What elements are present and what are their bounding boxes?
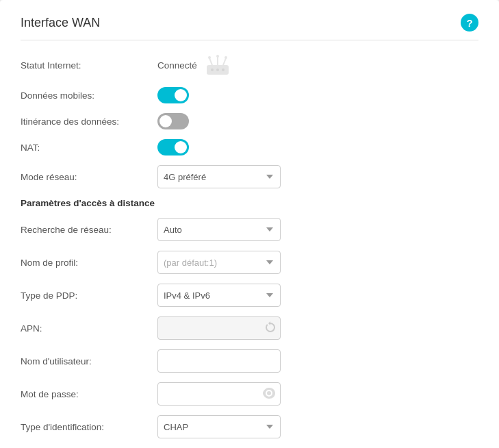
type-identification-label: Type d'identification: [21, 422, 157, 432]
nat-toggle[interactable] [157, 139, 189, 155]
interface-wan-card: Interface WAN ? Statut Internet: Connect… [0, 0, 499, 448]
pwd-icon [261, 386, 277, 403]
nom-utilisateur-label: Nom d'utilisateur: [21, 356, 157, 366]
router-icon [204, 53, 231, 77]
itinerance-toggle[interactable] [157, 113, 189, 129]
nat-row: NAT: [21, 139, 478, 155]
type-pdp-select-area: IPv4 & IPv6 IPv4 IPv6 [157, 284, 478, 307]
mot-de-passe-input-area [157, 382, 478, 406]
nom-profil-row: Nom de profil: (par défaut:1) [21, 251, 478, 274]
parametres-section-heading-row: Paramètres d'accès à distance [21, 198, 478, 208]
svg-line-4 [209, 58, 212, 65]
type-identification-select[interactable]: CHAP PAP None [157, 415, 281, 438]
apn-label: APN: [21, 323, 157, 334]
parametres-label: Paramètres d'accès à distance [21, 198, 157, 208]
statut-internet-value: Connecté [157, 60, 197, 71]
type-pdp-row: Type de PDP: IPv4 & IPv6 IPv4 IPv6 [21, 284, 478, 307]
donnees-mobiles-toggle-area [157, 87, 478, 103]
type-pdp-label: Type de PDP: [21, 290, 157, 301]
recherche-reseau-select[interactable]: Auto Manuel [157, 218, 281, 241]
svg-point-7 [208, 56, 211, 59]
mot-de-passe-label: Mot de passe: [21, 389, 157, 399]
donnees-mobiles-row: Données mobiles: [21, 87, 478, 103]
help-icon[interactable]: ? [461, 14, 478, 32]
nom-utilisateur-input[interactable] [157, 349, 281, 373]
statut-internet-value-area: Connecté [157, 53, 478, 77]
nom-profil-select[interactable]: (par défaut:1) [157, 251, 281, 274]
statut-internet-row: Statut Internet: Connecté [21, 53, 478, 77]
type-identification-select-area: CHAP PAP None [157, 415, 478, 438]
nom-profil-label: Nom de profil: [21, 258, 157, 268]
nom-utilisateur-input-area [157, 349, 478, 373]
donnees-mobiles-label: Données mobiles: [21, 90, 157, 101]
mode-reseau-label: Mode réseau: [21, 172, 157, 182]
page-title: Interface WAN [21, 16, 100, 30]
apn-input-area [157, 316, 478, 340]
itinerance-toggle-area [157, 113, 478, 129]
nat-label: NAT: [21, 142, 157, 153]
svg-point-8 [216, 55, 219, 58]
nom-utilisateur-row: Nom d'utilisateur: [21, 349, 478, 373]
nat-toggle-area [157, 139, 478, 155]
statut-internet-label: Statut Internet: [21, 60, 157, 71]
donnees-mobiles-toggle[interactable] [157, 87, 189, 103]
mode-reseau-select-area: 4G préféré 3G préféré 2G préféré Auto [157, 165, 478, 188]
recherche-reseau-row: Recherche de réseau: Auto Manuel [21, 218, 478, 241]
nom-profil-select-area: (par défaut:1) [157, 251, 478, 274]
mot-de-passe-row: Mot de passe: [21, 382, 478, 406]
recherche-reseau-select-area: Auto Manuel [157, 218, 478, 241]
type-pdp-select[interactable]: IPv4 & IPv6 IPv4 IPv6 [157, 284, 281, 307]
itinerance-row: Itinérance des données: [21, 113, 478, 129]
mode-reseau-row: Mode réseau: 4G préféré 3G préféré 2G pr… [21, 165, 478, 188]
svg-point-2 [216, 69, 219, 71]
type-identification-row: Type d'identification: CHAP PAP None [21, 415, 478, 438]
apn-input[interactable] [157, 316, 281, 340]
mode-reseau-select[interactable]: 4G préféré 3G préféré 2G préféré Auto [157, 165, 281, 188]
svg-point-9 [225, 56, 227, 59]
card-header: Interface WAN ? [21, 14, 478, 40]
apn-row: APN: [21, 316, 478, 340]
pwd-wrapper [157, 382, 281, 406]
svg-point-1 [211, 69, 214, 71]
apn-wrapper [157, 316, 281, 340]
svg-point-3 [222, 69, 225, 71]
svg-line-6 [223, 58, 226, 65]
itinerance-label: Itinérance des données: [21, 116, 157, 127]
apn-refresh-icon [264, 321, 277, 336]
recherche-reseau-label: Recherche de réseau: [21, 225, 157, 235]
